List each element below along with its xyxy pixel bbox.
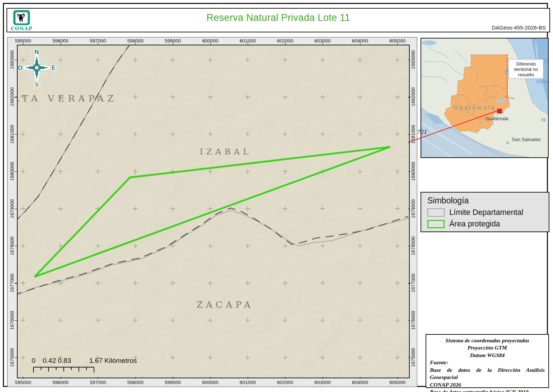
axis-tick — [360, 42, 360, 45]
fuente-label: Fuente: — [430, 359, 545, 366]
region-label-izabal: IZABAL — [200, 147, 252, 156]
axis-label-bottom-599000: 599000 — [165, 380, 181, 385]
axis-tick — [408, 209, 410, 209]
note-line-2: territorial no — [514, 67, 538, 72]
axis-tick — [360, 377, 360, 379]
axis-label-bottom-600000: 600000 — [202, 380, 218, 385]
legend-label-limite: Límite Departamental — [449, 208, 523, 217]
metadata-box: Sistema de coordenadas proyectadas Proye… — [426, 334, 549, 388]
legend-label-area: Área protegida — [449, 220, 500, 229]
note-line-1: Diferendo — [516, 62, 536, 67]
region-label-alta-verapaz: ALTA VERAPAZ — [18, 93, 117, 104]
inset-locator-map: B Diferendo territorial no resuelto Gu H… — [421, 38, 549, 158]
axis-tick — [408, 134, 410, 135]
location-marker — [498, 109, 502, 113]
axis-tick — [15, 134, 17, 135]
compass-e-label: E — [51, 64, 55, 71]
legend-item-limite: Límite Departamental — [427, 208, 549, 217]
axis-label-left-1682000: 1682000 — [9, 87, 15, 107]
axis-tick — [408, 171, 410, 172]
axis-label-left-1680000: 1680000 — [9, 162, 15, 181]
san-salvador-dot — [507, 142, 509, 144]
axis-label-right-1682000: 1682000 — [410, 87, 416, 107]
axis-label-bottom-605000: 605000 — [389, 380, 405, 385]
axis-tick — [408, 60, 410, 60]
axis-tick — [15, 283, 17, 283]
axis-tick — [15, 357, 17, 358]
axis-tick — [23, 377, 23, 379]
map-coordinate-band: ALTA VERAPAZ IZABAL ZACAPA N E S O — [7, 37, 417, 387]
region-label-zacapa: ZACAPA — [196, 299, 253, 310]
inset-svg: B Diferendo territorial no resuelto Gu H… — [421, 39, 548, 157]
axis-label-left-1683000: 1683000 — [9, 50, 15, 69]
axis-tick — [323, 377, 323, 379]
axis-tick — [397, 377, 398, 379]
legend-item-area: Área protegida — [427, 220, 549, 229]
axis-label-left-1677000: 1677000 — [9, 274, 15, 293]
axis-label-bottom-604000: 604000 — [352, 380, 368, 385]
axis-tick — [98, 42, 98, 45]
axis-label-right-1679000: 1679000 — [410, 199, 416, 218]
axis-label-right-1680000: 1680000 — [410, 162, 416, 181]
conap-logo-text: CONAP — [10, 26, 33, 31]
map-sheet: { "header": { "title": "Reserva Natural … — [0, 0, 553, 392]
axis-tick — [60, 377, 61, 379]
document-code: DAGeos-455-2026-BS — [492, 24, 546, 31]
scale-label-083: 0.83 — [58, 357, 71, 364]
source-line-1: Base de datos de la Dirección Análisis G… — [430, 366, 545, 381]
departmental-boundary-swatch — [427, 208, 445, 217]
diferendo-note: Diferendo territorial no resuelto — [509, 59, 543, 78]
axis-label-right-1677000: 1677000 — [410, 274, 416, 293]
country-label: Guatemala — [453, 104, 496, 111]
axis-tick — [60, 42, 61, 45]
axis-tick — [98, 377, 98, 379]
scale-label-167: 1.67 Kilómetros — [89, 357, 137, 364]
gulf-label-partial-1: Gu — [544, 58, 548, 64]
axis-tick — [23, 42, 23, 45]
axis-tick — [408, 97, 410, 97]
source-line-2: CONAP 2026 — [430, 381, 545, 388]
axis-tick — [173, 42, 173, 45]
gulf-label-partial-2: Hond — [536, 78, 548, 84]
axis-tick — [210, 42, 211, 45]
map-canvas: ALTA VERAPAZ IZABAL ZACAPA N E S O — [17, 45, 410, 378]
axis-tick — [15, 320, 17, 321]
axis-label-bottom-595000: 595000 — [15, 380, 31, 385]
axis-label-right-1675000: 1675000 — [410, 348, 416, 367]
axis-tick — [285, 377, 286, 379]
scale-label-0: 0 — [32, 357, 36, 364]
guatemala-city-dot — [479, 121, 482, 124]
axis-tick — [15, 97, 17, 97]
city-label: Guatemala — [485, 116, 508, 121]
axis-label-left-1676000: 1676000 — [9, 311, 15, 330]
axis-tick — [15, 246, 17, 246]
axis-label-left-1679000: 1679000 — [9, 199, 15, 218]
compass-s-label: S — [35, 82, 38, 87]
axis-label-left-1678000: 1678000 — [9, 236, 15, 256]
axis-tick — [408, 357, 410, 358]
crs-line-2: Proyección GTM — [430, 344, 545, 351]
axis-tick — [248, 377, 248, 379]
header: CONAP Reserva Natural Privada Lote 11 DA… — [6, 8, 550, 32]
crs-line-1: Sistema de coordenadas proyectadas — [430, 337, 545, 344]
axis-tick — [15, 60, 17, 60]
axis-label-right-1681000: 1681000 — [410, 125, 416, 144]
axis-label-bottom-603000: 603000 — [314, 380, 331, 385]
axis-label-right-1678000: 1678000 — [410, 236, 416, 256]
scale-label-042: 0.42 — [43, 357, 56, 364]
axis-tick — [135, 377, 136, 379]
axis-label-right-1676000: 1676000 — [410, 311, 416, 330]
axis-label-bottom-601000: 601000 — [239, 380, 256, 385]
axis-tick — [15, 171, 17, 172]
graticule-label-partial: 721 — [417, 129, 427, 135]
axis-label-bottom-596000: 596000 — [52, 380, 68, 385]
axis-tick — [135, 42, 136, 45]
axis-label-bottom-597000: 597000 — [90, 380, 106, 385]
protected-area-swatch — [427, 220, 445, 228]
axis-tick — [408, 283, 410, 283]
axis-tick — [408, 246, 410, 246]
axis-tick — [285, 42, 286, 45]
note-line-3: resuelto — [518, 72, 534, 77]
map-svg: ALTA VERAPAZ IZABAL ZACAPA N E S O — [18, 45, 409, 378]
axis-tick — [397, 42, 398, 45]
